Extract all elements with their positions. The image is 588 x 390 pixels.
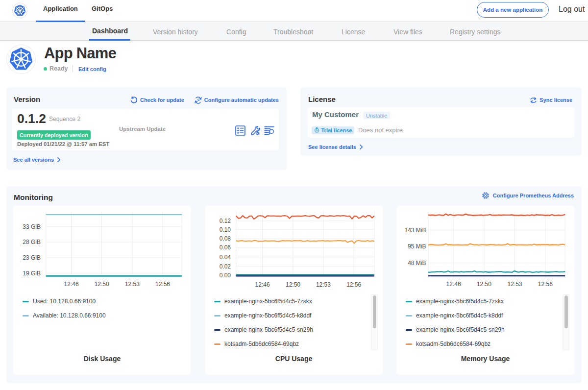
svg-text:19 GiB: 19 GiB [23, 270, 41, 277]
svg-text:12:50: 12:50 [477, 281, 491, 288]
svg-text:28 GiB: 28 GiB [23, 239, 41, 245]
svg-text:12:53: 12:53 [125, 281, 140, 288]
svg-text:0.00: 0.00 [220, 272, 231, 279]
svg-text:12:56: 12:56 [346, 281, 361, 288]
svg-text:12:53: 12:53 [507, 281, 522, 288]
svg-text:12:56: 12:56 [155, 281, 170, 288]
svg-text:12:46: 12:46 [446, 281, 461, 288]
svg-text:95 MiB: 95 MiB [408, 243, 426, 250]
svg-text:0.08: 0.08 [220, 235, 231, 242]
svg-text:23 GiB: 23 GiB [23, 254, 41, 261]
svg-text:12:46: 12:46 [255, 281, 270, 288]
svg-text:12:50: 12:50 [286, 281, 300, 288]
svg-text:0.06: 0.06 [220, 244, 231, 251]
svg-text:0.10: 0.10 [220, 226, 231, 233]
svg-text:12:46: 12:46 [64, 281, 79, 288]
svg-text:48 MiB: 48 MiB [408, 260, 426, 267]
svg-text:12:50: 12:50 [95, 281, 109, 288]
svg-text:0.04: 0.04 [220, 254, 231, 261]
svg-text:12:53: 12:53 [316, 281, 331, 288]
svg-text:143 MiB: 143 MiB [404, 227, 426, 234]
svg-text:12:56: 12:56 [538, 281, 553, 288]
svg-text:33 GiB: 33 GiB [23, 223, 41, 230]
svg-text:0.12: 0.12 [220, 218, 231, 224]
svg-text:0.02: 0.02 [220, 263, 231, 270]
